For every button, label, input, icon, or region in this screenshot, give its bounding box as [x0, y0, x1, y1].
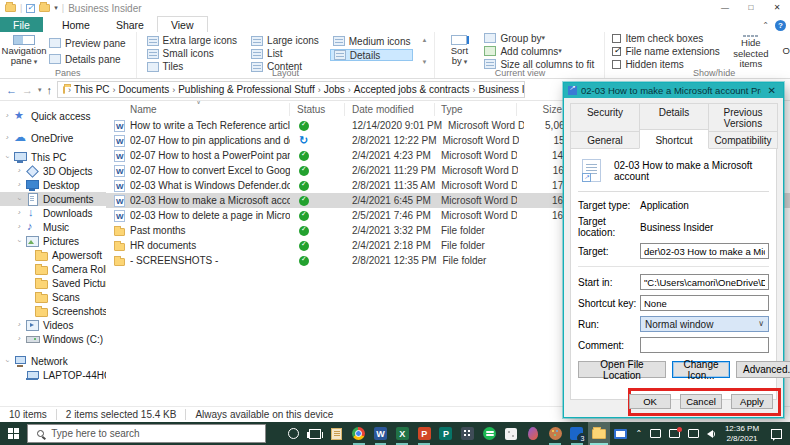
chevron-right-icon[interactable] — [6, 134, 14, 142]
sidebar-item-apowersoft[interactable]: Apowersoft — [0, 248, 106, 262]
tab-general[interactable]: General — [570, 131, 640, 149]
chevron-right-icon[interactable] — [6, 112, 14, 120]
chevron-right-icon[interactable] — [18, 209, 26, 217]
forward-icon[interactable]: → — [22, 84, 33, 96]
open-file-location-button[interactable]: Open File Location — [578, 361, 666, 378]
sidebar-item-scans[interactable]: Scans — [0, 290, 106, 304]
column-header-name[interactable]: Name — [106, 103, 290, 116]
tab-share[interactable]: Share — [103, 17, 157, 32]
extra-large-icons-button[interactable]: Extra large icons — [144, 35, 240, 46]
word-button[interactable]: W — [370, 422, 392, 445]
paint3d-button[interactable] — [522, 422, 544, 445]
list-button[interactable]: List — [248, 48, 322, 59]
chevron-right-icon[interactable] — [18, 223, 26, 231]
collapse-ribbon-icon[interactable]: ⌃ — [762, 21, 769, 30]
group-by-button[interactable]: Group by — [481, 33, 597, 44]
back-icon[interactable]: ← — [6, 84, 17, 96]
tab-view[interactable]: View — [157, 16, 208, 32]
shortcut-key-input[interactable] — [640, 295, 769, 311]
file-name-extensions-checkbox[interactable]: File name extensions — [612, 46, 720, 57]
chevron-down-icon[interactable] — [6, 153, 14, 161]
excel-button[interactable]: X — [391, 422, 413, 445]
breadcrumb-accepted-jobs[interactable]: Accepted jobs & contracts — [354, 84, 470, 95]
sidebar-item-music[interactable]: Music — [0, 220, 106, 234]
dice-app-button[interactable] — [501, 422, 523, 445]
blue-app-button[interactable]: 3 — [566, 422, 588, 445]
column-header-date-modified[interactable]: Date modified — [345, 103, 435, 116]
start-in-input[interactable] — [640, 274, 769, 290]
task-view-button[interactable] — [304, 422, 326, 445]
navigation-pane-button[interactable]: Navigation pane — [7, 35, 41, 67]
details-pane-button[interactable]: Details pane — [46, 53, 129, 65]
comment-input[interactable] — [640, 337, 769, 353]
sidebar-item-network[interactable]: Network — [0, 354, 106, 368]
chevron-down-icon[interactable] — [18, 237, 26, 245]
large-icons-button[interactable]: Large icons — [248, 35, 322, 46]
small-icons-button[interactable]: Small icons — [144, 48, 240, 59]
maximize-button[interactable]: □ — [738, 0, 764, 16]
volume-icon[interactable] — [707, 430, 713, 438]
start-button[interactable] — [0, 422, 27, 445]
sidebar-item-windows-c[interactable]: Windows (C:) — [0, 332, 106, 346]
tab-compatibility[interactable]: Compatibility — [708, 131, 778, 149]
sticky-notes-button[interactable] — [326, 422, 348, 445]
sidebar-item-downloads[interactable]: Downloads — [0, 206, 106, 220]
tab-previous-versions[interactable]: Previous Versions — [708, 103, 778, 132]
tab-security[interactable]: Security — [570, 103, 640, 132]
sidebar-item-documents[interactable]: Documents — [0, 192, 106, 206]
tab-shortcut[interactable]: Shortcut — [639, 129, 709, 149]
breadcrumb-jobs[interactable]: Jobs — [324, 84, 345, 95]
medium-icons-button[interactable]: Medium icons — [330, 35, 414, 47]
run-dropdown[interactable]: Normal window — [640, 316, 769, 332]
apply-button[interactable]: Apply — [731, 394, 773, 409]
powerpoint-button[interactable]: P — [413, 422, 435, 445]
minimize-button[interactable]: — — [712, 0, 738, 16]
spotify-button[interactable] — [479, 422, 501, 445]
onedrive-tray-icon[interactable] — [669, 429, 680, 438]
up-icon[interactable]: ↑ — [47, 84, 53, 96]
breadcrumb[interactable]: › This PC › Documents › Publishing & Pro… — [57, 81, 525, 98]
sidebar-item-this-pc[interactable]: This PC — [0, 150, 106, 164]
publisher-button[interactable]: P — [435, 422, 457, 445]
tab-details[interactable]: Details — [639, 103, 709, 132]
tablet-tray-icon[interactable] — [650, 429, 661, 438]
qat-customize-icon[interactable]: ▾ — [54, 4, 58, 12]
column-header-size[interactable]: Size — [517, 103, 569, 116]
chevron-right-icon[interactable] — [18, 321, 26, 329]
preview-pane-button[interactable]: Preview pane — [46, 37, 129, 49]
help-icon[interactable]: ? — [775, 20, 786, 31]
sidebar-item-laptop[interactable]: LAPTOP-44HQL1N2 — [0, 368, 106, 382]
action-center-icon[interactable] — [771, 429, 782, 439]
sidebar-item-desktop[interactable]: Desktop — [0, 178, 106, 192]
add-columns-button[interactable]: Add columns — [481, 46, 597, 57]
chevron-down-icon[interactable] — [18, 195, 26, 203]
cortana-button[interactable] — [282, 422, 304, 445]
phone-tray-icon[interactable] — [688, 429, 699, 438]
recent-locations-icon[interactable]: ▾ — [38, 86, 42, 94]
chevron-right-icon[interactable] — [18, 181, 26, 189]
close-button[interactable]: ✕ — [764, 0, 790, 16]
details-view-button[interactable]: Details — [330, 49, 414, 61]
paint-button[interactable] — [544, 422, 566, 445]
advanced-button[interactable]: Advanced... — [736, 361, 790, 378]
ok-button[interactable]: OK — [629, 394, 671, 409]
breadcrumb-documents[interactable]: Documents — [119, 84, 170, 95]
taskbar-search[interactable]: Type here to search — [27, 424, 266, 443]
tab-file[interactable]: File — [0, 17, 43, 32]
chrome-button[interactable] — [348, 422, 370, 445]
sidebar-item-pictures[interactable]: Pictures — [0, 234, 106, 248]
sort-by-button[interactable]: Sort by — [442, 35, 476, 67]
chevron-down-icon[interactable] — [6, 357, 14, 365]
breadcrumb-publishing[interactable]: Publishing & Professional Stuff — [178, 84, 315, 95]
sidebar-item-3d-objects[interactable]: 3D Objects — [0, 164, 106, 178]
options-button[interactable]: Options — [782, 35, 790, 67]
sidebar-item-videos[interactable]: Videos — [0, 318, 106, 332]
new-folder-qat-icon[interactable] — [39, 4, 50, 12]
calculator-button[interactable] — [457, 422, 479, 445]
change-icon-button[interactable]: Change Icon... — [672, 361, 730, 378]
breadcrumb-business-insider[interactable]: Business Insider — [478, 84, 525, 95]
breadcrumb-this-pc[interactable]: This PC — [74, 84, 110, 95]
sidebar-item-screenshots[interactable]: Screenshots — [0, 304, 106, 318]
clock[interactable]: 12:36 PM 2/8/2021 — [721, 424, 763, 444]
dialog-close-icon[interactable]: ✕ — [765, 85, 779, 96]
